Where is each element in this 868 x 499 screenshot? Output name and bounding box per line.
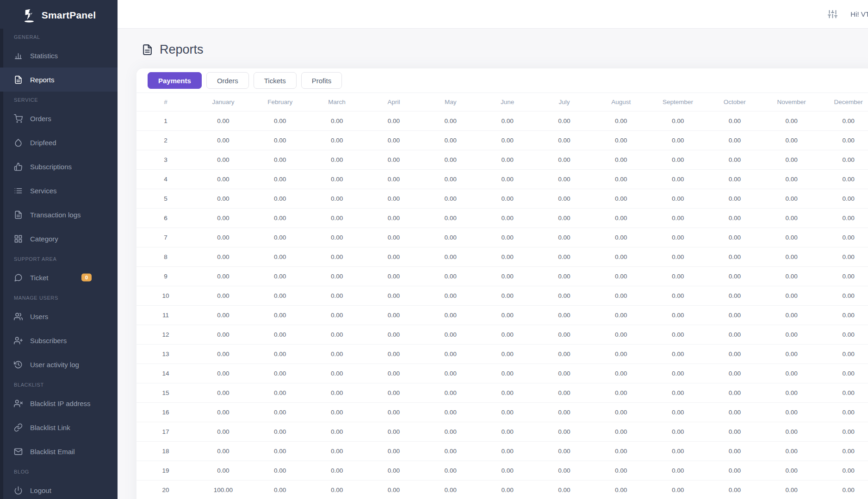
- value-cell: 0.00: [422, 131, 479, 150]
- value-cell: 0.00: [650, 481, 707, 499]
- reports-card: PaymentsOrdersTicketsProfits #JanuaryFeb…: [136, 68, 868, 499]
- tab-tickets[interactable]: Tickets: [254, 72, 297, 89]
- value-cell: 0.00: [479, 422, 536, 442]
- value-cell: 0.00: [195, 228, 252, 247]
- row-index-cell: 8: [136, 247, 195, 267]
- value-cell: 0.00: [422, 228, 479, 247]
- value-cell: 0.00: [650, 111, 707, 131]
- value-cell: 0.00: [309, 189, 366, 209]
- sidebar-item-users[interactable]: Users: [0, 304, 118, 328]
- value-cell: 0.00: [706, 228, 763, 247]
- user-greeting[interactable]: Hi! VT(: [850, 10, 868, 18]
- value-cell: 0.00: [763, 345, 820, 364]
- sidebar-item-subscriptions[interactable]: Subscriptions: [0, 154, 118, 179]
- value-cell: 0.00: [820, 267, 868, 286]
- value-cell: 0.00: [309, 481, 366, 499]
- sidebar-item-dripfeed[interactable]: Dripfeed: [0, 130, 118, 154]
- sidebar-item-user-activity-log[interactable]: User activity log: [0, 352, 118, 376]
- sidebar-item-statistics[interactable]: Statistics: [0, 43, 118, 68]
- value-cell: 0.00: [479, 383, 536, 403]
- value-cell: 0.00: [195, 364, 252, 383]
- value-cell: 0.00: [195, 209, 252, 228]
- value-cell: 0.00: [195, 403, 252, 422]
- value-cell: 0.00: [309, 209, 366, 228]
- sidebar-item-orders[interactable]: Orders: [0, 106, 118, 130]
- sidebar-item-ticket[interactable]: Ticket0: [0, 265, 118, 290]
- page-title-text: Reports: [160, 43, 204, 57]
- sidebar-item-blacklist-ip-address[interactable]: Blacklist IP address: [0, 391, 118, 415]
- value-cell: 0.00: [365, 286, 422, 306]
- value-cell: 0.00: [593, 461, 650, 481]
- value-cell: 0.00: [365, 267, 422, 286]
- value-cell: 0.00: [650, 461, 707, 481]
- value-cell: 0.00: [479, 364, 536, 383]
- value-cell: 0.00: [706, 131, 763, 150]
- value-cell: 0.00: [422, 461, 479, 481]
- value-cell: 0.00: [593, 345, 650, 364]
- value-cell: 0.00: [536, 286, 593, 306]
- value-cell: 0.00: [763, 325, 820, 345]
- grid-icon: [14, 234, 23, 243]
- value-cell: 0.00: [479, 286, 536, 306]
- value-cell: 0.00: [593, 383, 650, 403]
- value-cell: 0.00: [593, 131, 650, 150]
- sidebar-item-subscribers[interactable]: Subscribers: [0, 328, 118, 352]
- value-cell: 100.00: [195, 481, 252, 499]
- row-index-cell: 10: [136, 286, 195, 306]
- value-cell: 0.00: [309, 422, 366, 442]
- value-cell: 0.00: [479, 442, 536, 461]
- value-cell: 0.00: [763, 228, 820, 247]
- column-header-september: September: [650, 93, 707, 111]
- sidebar-section-label: SUPPORT AREA: [0, 251, 118, 265]
- value-cell: 0.00: [309, 111, 366, 131]
- sidebar-item-transaction-logs[interactable]: Transaction logs: [0, 203, 118, 227]
- sidebar-item-blacklist-email[interactable]: Blacklist Email: [0, 439, 118, 463]
- value-cell: 0.00: [479, 111, 536, 131]
- table-row: 180.000.000.000.000.000.000.000.000.000.…: [136, 442, 868, 461]
- row-index-cell: 12: [136, 325, 195, 345]
- sidebar-item-logout[interactable]: Logout: [0, 478, 118, 499]
- value-cell: 0.00: [536, 383, 593, 403]
- value-cell: 0.00: [820, 325, 868, 345]
- tab-profits[interactable]: Profits: [301, 72, 342, 89]
- value-cell: 0.00: [252, 306, 309, 325]
- value-cell: 0.00: [536, 306, 593, 325]
- sidebar-item-reports[interactable]: Reports: [0, 68, 118, 92]
- value-cell: 0.00: [650, 131, 707, 150]
- value-cell: 0.00: [820, 383, 868, 403]
- sidebar-item-blacklist-link[interactable]: Blacklist Link: [0, 415, 118, 439]
- tab-payments[interactable]: Payments: [148, 72, 202, 89]
- value-cell: 0.00: [593, 170, 650, 189]
- value-cell: 0.00: [536, 189, 593, 209]
- value-cell: 0.00: [365, 383, 422, 403]
- row-index-cell: 11: [136, 306, 195, 325]
- value-cell: 0.00: [422, 364, 479, 383]
- value-cell: 0.00: [706, 209, 763, 228]
- sidebar-item-services[interactable]: Services: [0, 179, 118, 203]
- value-cell: 0.00: [422, 111, 479, 131]
- filters-button[interactable]: [828, 9, 837, 19]
- value-cell: 0.00: [820, 286, 868, 306]
- value-cell: 0.00: [365, 422, 422, 442]
- value-cell: 0.00: [365, 111, 422, 131]
- topbar: Hi! VT(: [118, 0, 868, 29]
- column-header-index: #: [136, 93, 195, 111]
- value-cell: 0.00: [593, 422, 650, 442]
- value-cell: 0.00: [763, 364, 820, 383]
- tab-orders[interactable]: Orders: [206, 72, 249, 89]
- value-cell: 0.00: [820, 189, 868, 209]
- value-cell: 0.00: [252, 364, 309, 383]
- value-cell: 0.00: [365, 461, 422, 481]
- value-cell: 0.00: [820, 228, 868, 247]
- value-cell: 0.00: [195, 286, 252, 306]
- sidebar-item-label: Subscribers: [30, 337, 67, 345]
- value-cell: 0.00: [706, 286, 763, 306]
- sidebar-item-category[interactable]: Category: [0, 227, 118, 251]
- row-index-cell: 13: [136, 345, 195, 364]
- logo[interactable]: SmartPanel: [0, 0, 118, 29]
- file-text-icon: [14, 75, 23, 84]
- sidebar-item-label: Users: [30, 313, 48, 320]
- value-cell: 0.00: [479, 267, 536, 286]
- value-cell: 0.00: [195, 306, 252, 325]
- table-row: 20100.000.000.000.000.000.000.000.000.00…: [136, 481, 868, 499]
